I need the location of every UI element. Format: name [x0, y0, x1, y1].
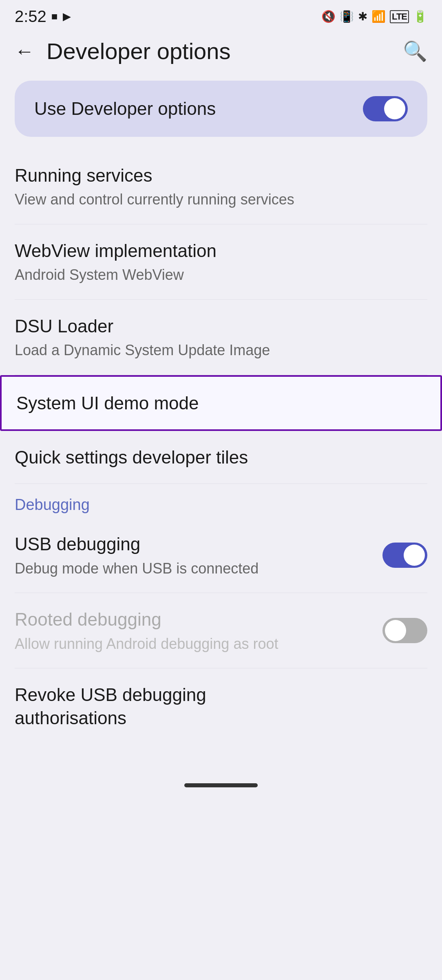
play-icon: ▶: [63, 10, 71, 23]
settings-item-system-ui-demo[interactable]: System UI demo mode: [0, 375, 442, 431]
revoke-usb-title: Revoke USB debuggingauthorisations: [15, 683, 427, 730]
system-ui-demo-title: System UI demo mode: [16, 391, 426, 415]
developer-options-toggle-label: Use Developer options: [34, 99, 216, 119]
dsu-loader-title: DSU Loader: [15, 314, 427, 338]
vibrate-icon: 📳: [340, 10, 354, 23]
settings-item-quick-settings[interactable]: Quick settings developer tiles: [15, 431, 427, 484]
settings-item-webview[interactable]: WebView implementation Android System We…: [15, 224, 427, 300]
settings-item-rooted-debugging: Rooted debugging Allow running Android d…: [15, 593, 427, 668]
status-right-icons: 🔇 📳 ✱ 📶 LTE 🔋: [321, 10, 427, 23]
webview-text: WebView implementation Android System We…: [15, 239, 427, 285]
dsu-loader-row: DSU Loader Load a Dynamic System Update …: [15, 314, 427, 360]
developer-options-toggle[interactable]: [363, 96, 408, 121]
system-ui-demo-row: System UI demo mode: [16, 391, 426, 415]
running-services-subtitle: View and control currently running servi…: [15, 190, 427, 209]
webview-subtitle: Android System WebView: [15, 266, 427, 285]
wifi-icon: 📶: [371, 10, 386, 23]
mute-icon: 🔇: [321, 10, 336, 23]
bluetooth-icon: ✱: [358, 10, 367, 23]
settings-item-dsu-loader[interactable]: DSU Loader Load a Dynamic System Update …: [15, 300, 427, 375]
rooted-debugging-text: Rooted debugging Allow running Android d…: [15, 608, 382, 653]
search-button[interactable]: 🔍: [403, 40, 427, 63]
quick-settings-text: Quick settings developer tiles: [15, 446, 427, 469]
usb-debugging-title: USB debugging: [15, 532, 382, 556]
usb-debugging-row: USB debugging Debug mode when USB is con…: [15, 532, 427, 578]
usb-debugging-toggle[interactable]: [382, 543, 427, 568]
dsu-loader-subtitle: Load a Dynamic System Update Image: [15, 341, 427, 360]
running-services-row: Running services View and control curren…: [15, 164, 427, 209]
revoke-usb-text: Revoke USB debuggingauthorisations: [15, 683, 427, 730]
settings-item-running-services[interactable]: Running services View and control curren…: [15, 149, 427, 224]
usb-debugging-text: USB debugging Debug mode when USB is con…: [15, 532, 382, 578]
rooted-debugging-row: Rooted debugging Allow running Android d…: [15, 608, 427, 653]
rooted-debugging-title: Rooted debugging: [15, 608, 382, 631]
debugging-label: Debugging: [15, 496, 90, 513]
running-services-title: Running services: [15, 164, 427, 187]
dsu-loader-text: DSU Loader Load a Dynamic System Update …: [15, 314, 427, 360]
webview-row: WebView implementation Android System We…: [15, 239, 427, 285]
lte-icon: LTE: [390, 10, 409, 23]
quick-settings-row: Quick settings developer tiles: [15, 446, 427, 469]
bottom-nav-pill: [184, 783, 258, 787]
battery-icon: 🔋: [413, 10, 427, 23]
page-title: Developer options: [34, 38, 403, 64]
settings-list: Running services View and control curren…: [0, 149, 442, 745]
settings-item-usb-debugging[interactable]: USB debugging Debug mode when USB is con…: [15, 518, 427, 593]
webview-title: WebView implementation: [15, 239, 427, 262]
system-ui-demo-text: System UI demo mode: [16, 391, 426, 415]
running-services-text: Running services View and control curren…: [15, 164, 427, 209]
camera-icon: ■: [51, 10, 58, 23]
developer-options-toggle-card: Use Developer options: [15, 81, 427, 137]
rooted-debugging-toggle: [382, 618, 427, 643]
usb-debugging-subtitle: Debug mode when USB is connected: [15, 559, 382, 578]
top-nav: ← Developer options 🔍: [0, 30, 442, 73]
debugging-section-header: Debugging: [15, 484, 427, 518]
revoke-usb-row: Revoke USB debuggingauthorisations: [15, 683, 427, 730]
rooted-debugging-subtitle: Allow running Android debugging as root: [15, 635, 382, 654]
settings-item-revoke-usb[interactable]: Revoke USB debuggingauthorisations: [15, 668, 427, 744]
status-time: 2:52: [15, 7, 46, 26]
back-button[interactable]: ←: [15, 42, 34, 61]
status-bar: 2:52 ■ ▶ 🔇 📳 ✱ 📶 LTE 🔋: [0, 0, 442, 30]
status-left: 2:52 ■ ▶: [15, 7, 71, 26]
quick-settings-title: Quick settings developer tiles: [15, 446, 427, 469]
